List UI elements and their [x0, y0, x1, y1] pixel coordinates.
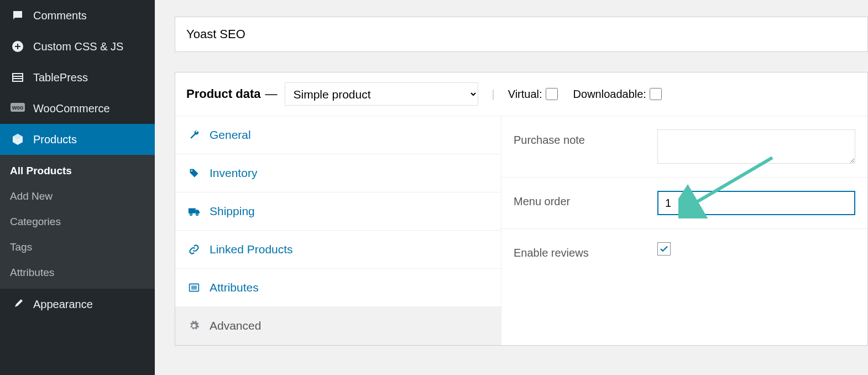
sidebar-item-products[interactable]: Products: [0, 124, 155, 155]
sidebar-item-label: Comments: [33, 9, 87, 22]
submenu-item-attributes[interactable]: Attributes: [0, 260, 155, 285]
sidebar-item-label: Custom CSS & JS: [33, 40, 123, 53]
purchase-note-row: Purchase note: [501, 116, 867, 178]
wrench-icon: [187, 128, 201, 142]
svg-rect-1: [13, 74, 23, 81]
svg-rect-5: [189, 209, 196, 213]
enable-reviews-label: Enable reviews: [514, 242, 657, 259]
svg-point-6: [190, 213, 192, 216]
tab-inventory[interactable]: Inventory: [175, 154, 501, 192]
tab-advanced[interactable]: Advanced: [175, 307, 501, 345]
yoast-seo-title: Yoast SEO: [175, 17, 867, 51]
svg-point-7: [196, 213, 198, 216]
product-type-select[interactable]: Simple product: [285, 82, 478, 106]
admin-sidebar: Comments Custom CSS & JS TablePress woo …: [0, 0, 155, 375]
comment-icon: [10, 8, 25, 23]
package-icon: [10, 132, 25, 147]
submenu-item-add-new[interactable]: Add New: [0, 184, 155, 209]
svg-point-4: [191, 170, 193, 172]
enable-reviews-row: Enable reviews: [501, 229, 867, 273]
woocommerce-icon: woo: [10, 101, 25, 116]
tab-label: Linked Products: [210, 243, 293, 256]
submenu-item-all-products[interactable]: All Products: [0, 158, 155, 184]
sidebar-item-woocommerce[interactable]: woo WooCommerce: [0, 93, 155, 124]
menu-order-input[interactable]: [657, 191, 855, 215]
dash-separator: —: [265, 87, 277, 101]
table-icon: [10, 70, 25, 85]
purchase-note-textarea[interactable]: [657, 129, 855, 164]
sidebar-item-comments[interactable]: Comments: [0, 0, 155, 31]
downloadable-checkbox[interactable]: [650, 88, 662, 100]
brush-icon: [10, 296, 25, 312]
submenu-item-categories[interactable]: Categories: [0, 209, 155, 235]
submenu-item-tags[interactable]: Tags: [0, 235, 155, 260]
product-data-header: Product data — Simple product | Virtual:…: [175, 72, 867, 116]
gear-icon: [187, 319, 201, 332]
tab-label: Shipping: [210, 205, 255, 218]
tab-label: Inventory: [210, 166, 257, 180]
link-icon: [187, 243, 201, 256]
plus-circle-icon: [10, 39, 25, 54]
sidebar-item-label: Appearance: [33, 298, 93, 311]
tab-attributes[interactable]: Attributes: [175, 269, 501, 307]
svg-text:woo: woo: [12, 105, 23, 111]
sidebar-item-custom-css-js[interactable]: Custom CSS & JS: [0, 31, 155, 62]
sidebar-item-appearance[interactable]: Appearance: [0, 289, 155, 320]
product-data-metabox: Product data — Simple product | Virtual:…: [175, 72, 868, 346]
sidebar-item-tablepress[interactable]: TablePress: [0, 62, 155, 93]
truck-icon: [187, 205, 201, 218]
tab-shipping[interactable]: Shipping: [175, 192, 501, 231]
sidebar-submenu-products: All Products Add New Categories Tags Att…: [0, 155, 155, 289]
tab-label: Advanced: [210, 319, 261, 332]
virtual-checkbox[interactable]: [546, 88, 558, 100]
advanced-panel: Purchase note Menu order Enable reviews: [501, 116, 867, 345]
tab-general[interactable]: General: [175, 116, 501, 154]
product-data-body: General Inventory Shipping: [175, 116, 867, 345]
product-data-tabs: General Inventory Shipping: [175, 116, 501, 345]
tab-linked-products[interactable]: Linked Products: [175, 231, 501, 269]
downloadable-label: Downloadable:: [573, 88, 646, 101]
sidebar-item-label: WooCommerce: [33, 102, 110, 115]
list-icon: [187, 281, 201, 294]
menu-order-label: Menu order: [514, 191, 657, 208]
purchase-note-label: Purchase note: [514, 129, 657, 147]
main-content: Yoast SEO Product data — Simple product …: [155, 0, 868, 375]
tag-icon: [187, 166, 201, 180]
tab-label: General: [210, 128, 251, 142]
sidebar-item-label: Products: [33, 133, 77, 146]
enable-reviews-checkbox[interactable]: [657, 242, 671, 256]
sidebar-item-label: TablePress: [33, 71, 88, 84]
menu-order-row: Menu order: [501, 178, 867, 229]
yoast-seo-metabox: Yoast SEO: [175, 17, 868, 52]
vertical-separator: |: [491, 88, 494, 101]
product-data-label: Product data: [186, 87, 260, 101]
tab-label: Attributes: [210, 281, 259, 294]
virtual-label: Virtual:: [508, 88, 542, 101]
